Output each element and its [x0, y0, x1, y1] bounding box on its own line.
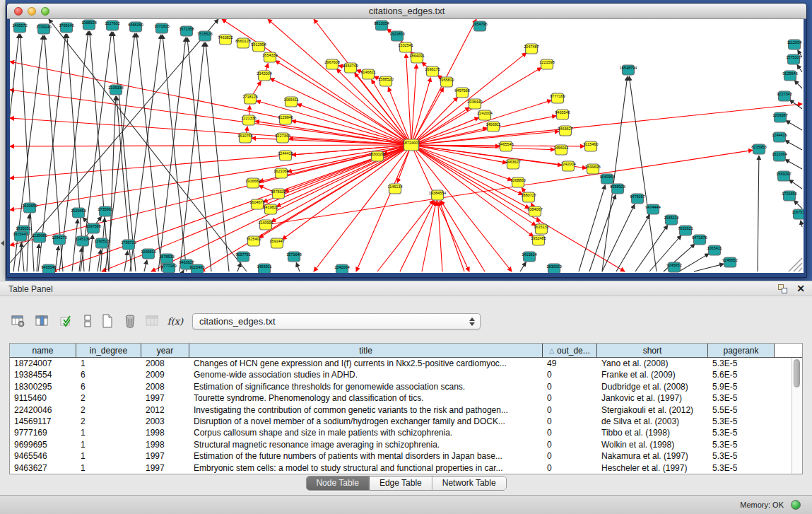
cell-out-degree[interactable]: 0: [543, 381, 597, 392]
table-row[interactable]: 1830029562008Estimation of significance …: [10, 381, 802, 392]
table-row[interactable]: 946362711997Embryonic stem cells: a mode…: [10, 462, 802, 474]
cell-title[interactable]: Investigating the contribution of common…: [189, 404, 543, 416]
table-row[interactable]: 977716911998Corpus callosum shape and si…: [10, 427, 802, 438]
table-row[interactable]: 2242004622012Investigating the contribut…: [10, 404, 802, 416]
window-resize-grip[interactable]: [794, 263, 802, 271]
cell-year[interactable]: 1997: [141, 462, 189, 474]
float-panel-icon[interactable]: [778, 284, 788, 294]
table-row[interactable]: 969969511998Structural magnetic resonanc…: [10, 439, 802, 450]
graph-edge[interactable]: [10, 19, 218, 263]
table-row[interactable]: 1456911722003Disruption of a novel membe…: [10, 416, 802, 427]
cell-in-degree[interactable]: 2: [76, 416, 141, 427]
cell-short[interactable]: Tibbo et al. (1998): [597, 427, 708, 438]
column-header-pagerank[interactable]: pagerank: [708, 344, 775, 357]
graph-edge[interactable]: [441, 201, 485, 271]
graph-edge[interactable]: [336, 69, 411, 145]
graph-edge[interactable]: [388, 87, 411, 145]
scrollbar-thumb[interactable]: [794, 359, 800, 387]
show-columns-icon[interactable]: [33, 311, 52, 331]
graph-edge[interactable]: [786, 121, 802, 130]
cell-short[interactable]: Franke et al. (2009): [597, 369, 708, 380]
graph-edge[interactable]: [589, 195, 616, 271]
cell-name[interactable]: 9463627: [10, 462, 76, 474]
cell-in-degree[interactable]: 6: [76, 381, 141, 392]
cell-pagerank[interactable]: 5.9E-5: [708, 381, 775, 392]
cell-short[interactable]: Nakamura et al. (1997): [597, 450, 708, 462]
table-settings-icon[interactable]: [8, 311, 28, 331]
cell-title[interactable]: Changes of HCN gene expression and I(f) …: [189, 358, 543, 369]
cell-year[interactable]: 1997: [141, 450, 189, 462]
network-view-window[interactable]: citations_edges.txt 14055723709140376914…: [6, 3, 807, 278]
column-header-year[interactable]: year: [141, 344, 189, 357]
cell-title[interactable]: Genome-wide association studies in ADHD.: [189, 369, 543, 380]
cell-short[interactable]: Yano et al. (2008): [597, 358, 708, 369]
cell-name[interactable]: 9115460: [10, 392, 76, 404]
cell-pagerank[interactable]: 5.3E-5: [708, 427, 775, 438]
cell-short[interactable]: Dudbridge et al. (2008): [597, 381, 708, 392]
cell-name[interactable]: 19384554: [10, 369, 76, 380]
cell-out-degree[interactable]: 0: [543, 450, 597, 462]
graph-edge[interactable]: [789, 180, 802, 189]
select-rows-icon[interactable]: [57, 311, 76, 331]
create-column-icon[interactable]: [98, 311, 117, 331]
graph-edge[interactable]: [136, 33, 162, 271]
cell-title[interactable]: Embryonic stem cells: a model to study s…: [189, 462, 543, 474]
cell-in-degree[interactable]: 2: [76, 392, 141, 404]
table-row[interactable]: 946554611997Estimation of the future num…: [10, 450, 802, 462]
graph-edge[interactable]: [10, 145, 411, 245]
expand-panel-arrow-icon[interactable]: [1, 240, 4, 246]
cell-short[interactable]: de Silva et al. (2003): [597, 416, 708, 427]
cell-title[interactable]: Corpus callosum shape and size in male p…: [189, 427, 543, 438]
graph-edge[interactable]: [296, 262, 300, 271]
graph-edge[interactable]: [183, 270, 184, 271]
tab-network-table[interactable]: Network Table: [433, 477, 506, 490]
graph-edge[interactable]: [758, 156, 759, 271]
cell-in-degree[interactable]: 1: [76, 358, 141, 369]
graph-edge[interactable]: [130, 35, 161, 271]
graph-edge[interactable]: [785, 140, 802, 150]
cell-name[interactable]: 22420046: [10, 404, 76, 416]
network-canvas[interactable]: 1405572370914037691401065528152760264661…: [10, 19, 804, 273]
graph-edge[interactable]: [694, 264, 724, 271]
graph-edge[interactable]: [10, 145, 411, 146]
graph-edge[interactable]: [579, 185, 605, 271]
cell-in-degree[interactable]: 6: [76, 369, 141, 380]
cell-in-degree[interactable]: 1: [76, 450, 141, 462]
cell-short[interactable]: Hescheler et al. (1997): [597, 462, 708, 474]
table-row[interactable]: 911546021997Tourette syndrome. Phenomeno…: [10, 392, 802, 404]
graph-edge[interactable]: [411, 64, 416, 145]
cell-name[interactable]: 18724007: [10, 358, 76, 369]
graph-edge[interactable]: [81, 32, 112, 271]
graph-edge[interactable]: [105, 33, 135, 271]
graph-edge[interactable]: [411, 145, 512, 271]
cell-year[interactable]: 1997: [141, 392, 189, 404]
cell-out-degree[interactable]: 0: [543, 439, 597, 450]
cell-short[interactable]: Stergiakouli et al. (2012): [597, 404, 708, 416]
graph-edge[interactable]: [520, 262, 526, 271]
cell-pagerank[interactable]: 5.3E-5: [708, 450, 775, 462]
cell-in-degree[interactable]: 1: [76, 439, 141, 450]
close-panel-icon[interactable]: ✕: [796, 283, 805, 294]
column-header-name[interactable]: name: [10, 344, 76, 357]
graph-edge[interactable]: [616, 215, 649, 271]
graph-edge[interactable]: [794, 200, 802, 209]
cell-in-degree[interactable]: 2: [76, 404, 141, 416]
cell-title[interactable]: Tourette syndrome. Phenomenology and cla…: [189, 392, 543, 404]
cell-year[interactable]: 2012: [141, 404, 189, 416]
graph-edge[interactable]: [79, 247, 82, 271]
cell-pagerank[interactable]: 5.3E-5: [708, 416, 775, 427]
cell-in-degree[interactable]: 1: [76, 427, 141, 438]
graph-edge[interactable]: [10, 118, 411, 145]
graph-edge[interactable]: [109, 96, 116, 271]
cell-out-degree[interactable]: 0: [543, 369, 597, 380]
cell-title[interactable]: Disruption of a novel member of a sodium…: [189, 416, 543, 427]
cell-pagerank[interactable]: 5.3E-5: [708, 392, 775, 404]
toggle-rows-icon[interactable]: [78, 311, 98, 331]
graph-edge[interactable]: [785, 159, 802, 169]
cell-pagerank[interactable]: 5.5E-5: [708, 404, 775, 416]
cell-pagerank[interactable]: 5.6E-5: [708, 369, 775, 380]
graph-edge[interactable]: [602, 204, 635, 271]
cell-title[interactable]: Structural magnetic resonance image aver…: [189, 439, 543, 450]
cell-title[interactable]: Estimation of the future numbers of pati…: [189, 450, 543, 462]
graph-edge[interactable]: [10, 90, 411, 145]
